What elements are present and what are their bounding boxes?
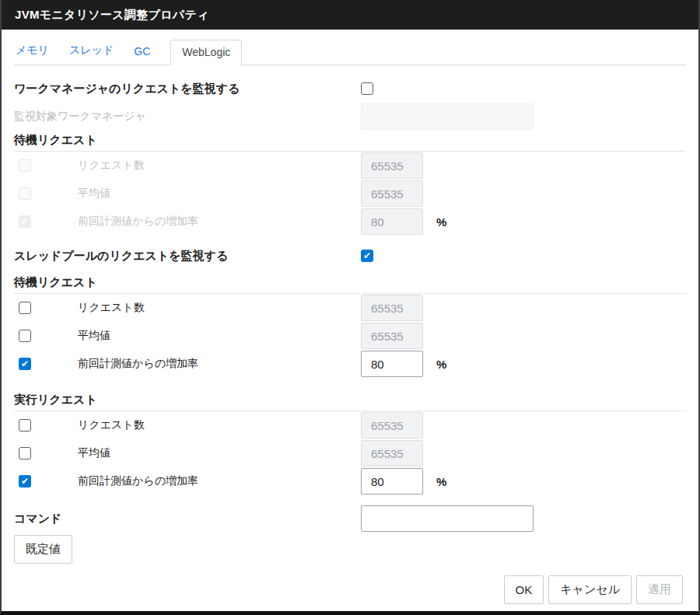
tp-exec-request-count-input: [361, 412, 423, 439]
tp-exec-average-checkbox[interactable]: [19, 447, 31, 460]
command-input[interactable]: [361, 505, 534, 532]
wm-wait-average-checkbox: [19, 187, 31, 200]
tp-wait-average-input: [361, 323, 423, 349]
workmanager-target-row: 監視対象ワークマネージャ: [14, 103, 686, 131]
cancel-button[interactable]: キャンセル: [548, 575, 632, 604]
dialog-title: JVMモニタリソース調整プロパティ: [15, 8, 209, 23]
apply-button: 適用: [636, 575, 683, 604]
workmanager-target-label: 監視対象ワークマネージャ: [14, 110, 146, 124]
tab-gc[interactable]: GC: [132, 40, 152, 65]
wm-wait-average-input: [361, 180, 423, 207]
tp-wait-request-count-checkbox[interactable]: [19, 302, 31, 314]
check-icon: ✔: [21, 477, 29, 486]
tp-wait-increase-rate-checkbox[interactable]: ✔: [19, 358, 31, 370]
wm-wait-request-count-input: [361, 152, 423, 179]
wm-wait-increase-rate-label: 前回計測値からの増加率: [78, 215, 198, 229]
tab-thread[interactable]: スレッド: [68, 38, 115, 65]
default-button-row: 既定値: [14, 535, 686, 564]
threadpool-monitor-label: スレッドプールのリクエストを監視する: [14, 249, 228, 264]
percent-suffix: %: [436, 475, 446, 488]
dialog-window: JVMモニタリソース調整プロパティ メモリ スレッド GC WebLogic ワ…: [0, 0, 700, 615]
tp-exec-increase-rate-input[interactable]: [361, 468, 423, 494]
workmanager-monitor-checkbox[interactable]: [361, 82, 373, 95]
tp-wait-requests-header: 待機リクエスト: [14, 274, 686, 294]
wm-wait-increase-rate-checkbox: ✔: [19, 215, 31, 228]
command-row: コマンド: [14, 505, 686, 533]
check-icon: ✔: [363, 251, 371, 260]
tp-exec-average-label: 平均値: [78, 446, 110, 460]
tab-memory[interactable]: メモリ: [14, 38, 51, 65]
check-icon: ✔: [21, 217, 29, 226]
wm-wait-average-label: 平均値: [78, 187, 110, 201]
tp-wait-average-checkbox[interactable]: [19, 330, 31, 342]
tp-exec-increase-rate-row: ✔ 前回計測値からの増加率 %: [14, 467, 686, 495]
tp-wait-average-label: 平均値: [78, 329, 110, 343]
tp-wait-request-count-input: [361, 295, 423, 321]
wm-wait-increase-rate-row: ✔ 前回計測値からの増加率 %: [14, 208, 686, 236]
tp-exec-requests-header: 実行リクエスト: [14, 392, 686, 411]
tp-wait-increase-rate-row: ✔ 前回計測値からの増加率 %: [14, 350, 686, 378]
tp-wait-request-count-row: リクエスト数: [14, 294, 686, 322]
wm-wait-average-row: 平均値: [14, 180, 686, 208]
tp-exec-request-count-checkbox[interactable]: [19, 419, 31, 432]
workmanager-monitor-label: ワークマネージャのリクエストを監視する: [14, 82, 240, 96]
tp-wait-request-count-label: リクエスト数: [78, 301, 145, 315]
wm-wait-request-count-row: リクエスト数: [14, 152, 686, 180]
workmanager-target-input: [361, 103, 534, 130]
tp-wait-increase-rate-label: 前回計測値からの増加率: [78, 357, 198, 371]
threadpool-monitor-checkbox[interactable]: ✔: [361, 250, 373, 262]
dialog-content: メモリ スレッド GC WebLogic ワークマネージャのリクエストを監視する…: [2, 30, 698, 611]
ok-button[interactable]: OK: [504, 575, 544, 604]
command-label: コマンド: [14, 512, 61, 526]
tab-bar: メモリ スレッド GC WebLogic: [14, 30, 686, 65]
wm-wait-request-count-label: リクエスト数: [78, 159, 145, 173]
tp-wait-increase-rate-input[interactable]: [361, 351, 423, 377]
title-bar: JVMモニタリソース調整プロパティ: [2, 0, 698, 30]
tp-exec-increase-rate-checkbox[interactable]: ✔: [19, 475, 31, 487]
tp-wait-average-row: 平均値: [14, 322, 686, 350]
tp-exec-request-count-row: リクエスト数: [14, 411, 686, 439]
tp-exec-average-row: 平均値: [14, 439, 686, 467]
tab-weblogic[interactable]: WebLogic: [170, 40, 242, 65]
percent-suffix: %: [436, 358, 446, 371]
percent-suffix: %: [436, 215, 446, 229]
check-icon: ✔: [21, 359, 29, 369]
footer-button-bar: OK キャンセル 適用: [14, 575, 686, 604]
tp-exec-average-input: [361, 440, 423, 466]
wm-wait-increase-rate-input: [361, 208, 423, 235]
tp-exec-request-count-label: リクエスト数: [78, 418, 145, 432]
threadpool-monitor-row: スレッドプールのリクエストを監視する ✔: [14, 242, 686, 270]
tp-exec-increase-rate-label: 前回計測値からの増加率: [78, 474, 198, 488]
workmanager-monitor-row: ワークマネージャのリクエストを監視する: [14, 75, 686, 103]
wm-wait-requests-header: 待機リクエスト: [14, 132, 686, 152]
wm-wait-request-count-checkbox: [19, 159, 31, 172]
default-button[interactable]: 既定値: [14, 535, 72, 564]
